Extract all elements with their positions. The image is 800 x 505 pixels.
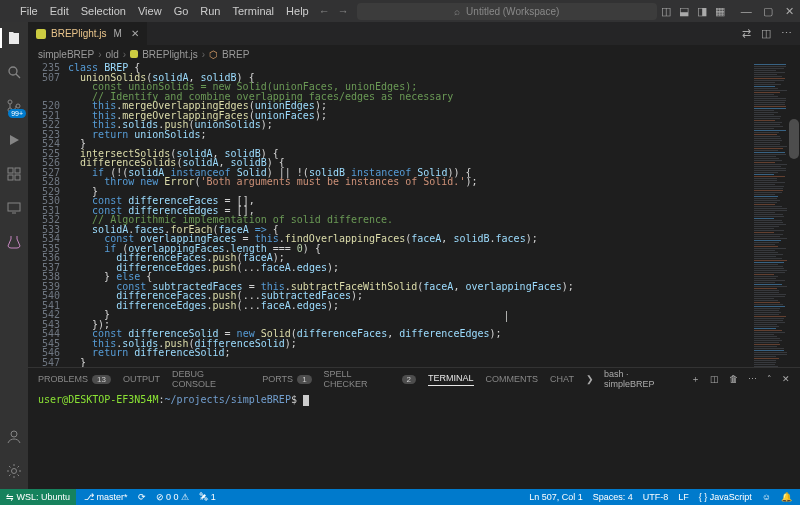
errwarn-count: 0 0	[166, 492, 179, 502]
line-gutter: 235507 520521522523524525526527528529530…	[28, 63, 68, 367]
panel-tab-label: SPELL CHECKER	[324, 369, 398, 389]
terminal-name[interactable]: bash · simpleBREP	[604, 369, 681, 389]
menu-run[interactable]: Run	[194, 2, 226, 20]
status-eol[interactable]: LF	[678, 492, 689, 502]
menu-selection[interactable]: Selection	[75, 2, 132, 20]
panel-tab-spell-checker[interactable]: SPELL CHECKER 2	[324, 369, 416, 389]
scrollbar-thumb[interactable]	[789, 119, 799, 159]
port-count: 1	[211, 492, 216, 502]
svg-point-3	[16, 104, 20, 108]
scm-badge: 99+	[8, 109, 26, 118]
menu-file[interactable]: File	[14, 2, 44, 20]
status-branch[interactable]: ⎇ master*	[84, 492, 128, 502]
breadcrumb-bar[interactable]: simpleBREP › old › BREPlight.js › ⬡ BREP	[28, 45, 800, 63]
layout-secondary-side-icon[interactable]: ◨	[697, 5, 707, 18]
term-user: user	[38, 394, 62, 405]
extensions-icon[interactable]	[4, 164, 24, 184]
source-control-icon[interactable]: 99+	[4, 96, 24, 116]
customize-layout-icon[interactable]: ▦	[715, 5, 725, 18]
panel-tab-terminal[interactable]: TERMINAL	[428, 373, 474, 386]
editor-area[interactable]: 235507 520521522523524525526527528529530…	[28, 63, 800, 367]
menu-go[interactable]: Go	[168, 2, 195, 20]
svg-rect-4	[8, 168, 13, 173]
window-maximize-icon[interactable]: ▢	[763, 5, 775, 17]
status-indent[interactable]: Spaces: 4	[593, 492, 633, 502]
layout-panel-icon[interactable]: ⬓	[679, 5, 689, 18]
tab-close-icon[interactable]: ✕	[131, 28, 139, 39]
menu-terminal[interactable]: Terminal	[227, 2, 281, 20]
panel-tab-label: CHAT	[550, 374, 574, 384]
status-sync-icon[interactable]: ⟳	[138, 492, 146, 502]
editor-scrollbar[interactable]	[788, 63, 800, 367]
search-activity-icon[interactable]	[4, 62, 24, 82]
search-placeholder: Untitled (Workspace)	[466, 6, 559, 17]
menu-edit[interactable]: Edit	[44, 2, 75, 20]
status-problems[interactable]: ⊘ 0 0 ⚠	[156, 492, 190, 502]
panel-tab-debug-console[interactable]: DEBUG CONSOLE	[172, 369, 250, 389]
status-encoding[interactable]: UTF-8	[643, 492, 669, 502]
terminal-cursor	[303, 395, 309, 406]
status-remote[interactable]: ⇋ WSL: Ubuntu	[0, 489, 76, 505]
svg-point-10	[12, 469, 17, 474]
split-terminal-icon[interactable]: ◫	[710, 374, 719, 384]
term-host: DESKTOP-EF3N54M	[68, 394, 158, 405]
panel-tab-problems[interactable]: PROBLEMS 13	[38, 374, 111, 384]
window-close-icon[interactable]: ✕	[785, 5, 797, 17]
settings-gear-icon[interactable]	[4, 461, 24, 481]
status-language[interactable]: { } JavaScript	[699, 492, 752, 502]
status-ports[interactable]: 🛰 1	[199, 492, 216, 502]
bottom-panel: PROBLEMS 13 OUTPUT DEBUG CONSOLE PORTS 1…	[28, 367, 800, 489]
breadcrumb-seg-0[interactable]: simpleBREP	[38, 49, 94, 60]
menu-view[interactable]: View	[132, 2, 168, 20]
svg-point-0	[9, 67, 17, 75]
accounts-icon[interactable]	[4, 427, 24, 447]
code-content[interactable]: class BREP { unionSolids(solidA, solidB)…	[68, 63, 800, 367]
explorer-icon[interactable]	[4, 28, 24, 48]
panel-tab-label: PORTS	[262, 374, 293, 384]
compare-changes-icon[interactable]: ⇄	[742, 27, 751, 40]
tab-filename: BREPlight.js	[51, 28, 107, 39]
more-terminal-icon[interactable]: ⋯	[748, 374, 757, 384]
panel-tab-output[interactable]: OUTPUT	[123, 374, 160, 384]
term-path: ~/projects/simpleBREP	[164, 394, 290, 405]
problems-count-badge: 13	[92, 375, 111, 384]
panel-tab-label: PROBLEMS	[38, 374, 88, 384]
tab-modified-flag: M	[114, 28, 122, 39]
new-terminal-icon[interactable]: ＋	[691, 373, 700, 386]
breadcrumb-seg-2[interactable]: BREPlight.js	[142, 49, 198, 60]
split-editor-icon[interactable]: ◫	[761, 27, 771, 40]
menu-help[interactable]: Help	[280, 2, 315, 20]
panel-tab-label: DEBUG CONSOLE	[172, 369, 250, 389]
activity-bar: 99+	[0, 22, 28, 489]
run-debug-icon[interactable]	[4, 130, 24, 150]
status-bell-icon[interactable]: 🔔	[781, 492, 792, 502]
command-center[interactable]: ⌕ Untitled (Workspace)	[357, 3, 657, 20]
ports-count-badge: 1	[297, 375, 311, 384]
text-cursor	[506, 311, 507, 322]
status-feedback-icon[interactable]: ☺	[762, 492, 771, 502]
breadcrumb-seg-1[interactable]: old	[105, 49, 118, 60]
panel-tab-ports[interactable]: PORTS 1	[262, 374, 311, 384]
minimap[interactable]	[752, 63, 788, 367]
testing-icon[interactable]	[4, 232, 24, 252]
branch-name: master*	[97, 492, 128, 502]
svg-rect-5	[15, 168, 20, 173]
panel-tab-bar: PROBLEMS 13 OUTPUT DEBUG CONSOLE PORTS 1…	[28, 368, 800, 390]
window-minimize-icon[interactable]: —	[741, 5, 753, 17]
nav-forward-icon[interactable]: →	[338, 5, 349, 17]
editor-tab[interactable]: BREPlight.js M ✕	[28, 22, 148, 45]
nav-back-icon[interactable]: ←	[319, 5, 330, 17]
lang-label: JavaScript	[710, 492, 752, 502]
panel-tab-label: TERMINAL	[428, 373, 474, 383]
close-panel-icon[interactable]: ✕	[782, 374, 790, 384]
maximize-panel-icon[interactable]: ˄	[767, 374, 772, 384]
panel-tab-comments[interactable]: COMMENTS	[486, 374, 539, 384]
breadcrumb-seg-3[interactable]: BREP	[222, 49, 249, 60]
more-actions-icon[interactable]: ⋯	[781, 27, 792, 40]
terminal-content[interactable]: user@DESKTOP-EF3N54M:~/projects/simpleBR…	[28, 390, 800, 489]
layout-primary-side-icon[interactable]: ◫	[661, 5, 671, 18]
remote-explorer-icon[interactable]	[4, 198, 24, 218]
panel-tab-chat[interactable]: CHAT	[550, 374, 574, 384]
status-cursor-pos[interactable]: Ln 507, Col 1	[529, 492, 583, 502]
kill-terminal-icon[interactable]: 🗑	[729, 374, 738, 384]
